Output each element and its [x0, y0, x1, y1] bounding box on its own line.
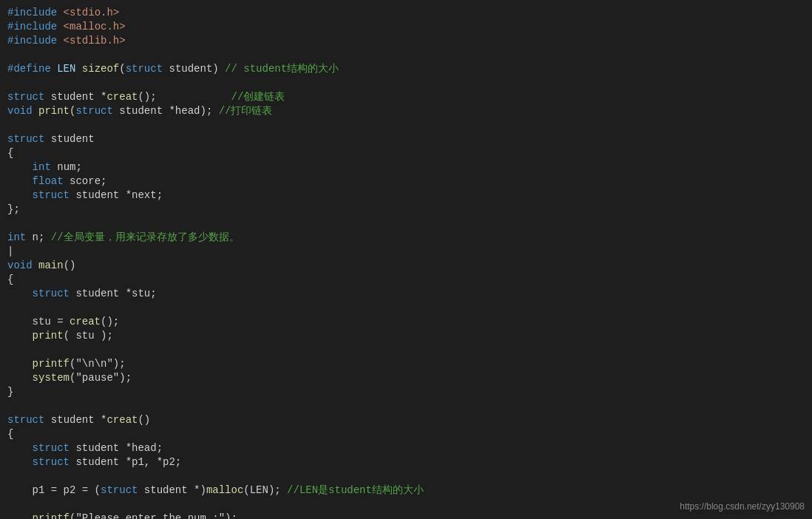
code-line: struct student *p1, *p2;	[0, 455, 812, 469]
code-token: stu =	[7, 315, 70, 329]
code-token: #include	[7, 6, 57, 20]
code-token: float	[33, 174, 64, 189]
code-token: ()	[64, 259, 76, 273]
code-token: struct	[7, 132, 44, 146]
code-token	[7, 357, 33, 371]
code-token: int	[7, 231, 26, 245]
code-line: struct student *next;	[0, 189, 812, 203]
code-line: struct student *head;	[0, 441, 812, 455]
code-token: struct	[33, 189, 70, 203]
code-line: int num;	[0, 160, 812, 174]
code-token: <stdio.h>	[57, 6, 119, 20]
code-token: //LEN是student结构的大小	[287, 484, 424, 498]
code-line: |	[0, 245, 812, 259]
code-token: score;	[64, 174, 107, 189]
code-token: print	[38, 104, 70, 118]
code-line: void print(struct student *head); //打印链表	[0, 104, 812, 118]
code-token	[7, 371, 33, 385]
code-line: struct student *stu;	[0, 287, 812, 301]
code-token: creat	[106, 413, 138, 427]
code-token: {	[7, 273, 13, 287]
code-token: struct	[33, 287, 70, 301]
code-token: ( stu );	[64, 329, 113, 343]
code-token: #include	[7, 20, 57, 34]
code-token	[33, 104, 38, 118]
code-token: student *	[44, 413, 106, 427]
code-token: main	[38, 259, 64, 273]
code-token: ("\n\n");	[70, 357, 126, 371]
code-token: struct	[33, 441, 70, 455]
code-token	[7, 329, 33, 343]
code-token	[7, 455, 33, 469]
code-token	[7, 287, 33, 301]
code-token: student	[44, 132, 94, 146]
code-token: void	[7, 104, 33, 118]
code-line: };	[0, 203, 812, 217]
code-line	[0, 118, 812, 132]
code-line: p1 = p2 = (struct student *)malloc(LEN);…	[0, 484, 812, 498]
code-token: struct	[75, 104, 112, 118]
code-token: student)	[163, 62, 225, 76]
code-line: }	[0, 385, 812, 399]
code-token: //创建链表	[231, 90, 285, 104]
code-token	[7, 441, 33, 455]
code-token: struct	[101, 484, 138, 498]
code-token: struct	[33, 455, 70, 469]
code-token: ()	[138, 413, 150, 427]
code-line: struct student *creat()	[0, 413, 812, 427]
watermark: https://blog.csdn.net/zyy130908	[680, 501, 805, 512]
code-line: {	[0, 146, 812, 160]
code-token: ("pause");	[70, 371, 132, 385]
code-token: #include	[7, 34, 57, 48]
code-token: //打印链表	[219, 104, 273, 118]
code-token: system	[33, 371, 70, 385]
code-token: };	[7, 203, 20, 217]
code-token: ();	[138, 90, 231, 104]
code-token: //全局变量，用来记录存放了多少数据。	[51, 231, 240, 245]
code-token: student *)	[138, 484, 206, 498]
code-token: n;	[26, 231, 51, 245]
code-token: creat	[106, 90, 138, 104]
code-token: student *head);	[113, 104, 219, 118]
code-token: sizeof	[82, 62, 119, 76]
code-token: (	[70, 104, 75, 118]
code-line: struct student	[0, 132, 812, 146]
code-line: {	[0, 427, 812, 441]
code-line	[0, 343, 812, 357]
code-token: p1 = p2 = (	[7, 484, 101, 498]
code-token	[7, 160, 33, 174]
code-token: struct	[7, 90, 44, 104]
code-token: malloc	[206, 484, 243, 498]
code-line	[0, 48, 812, 62]
code-token: ();	[101, 315, 119, 329]
code-token: }	[7, 385, 13, 399]
code-line	[0, 399, 812, 413]
code-token: num;	[51, 160, 82, 174]
code-token	[7, 512, 33, 519]
code-line: struct student *creat(); //创建链表	[0, 90, 812, 104]
code-token: #define	[7, 62, 51, 76]
code-line: printf("\n\n");	[0, 357, 812, 371]
code-token	[7, 189, 33, 203]
code-line: #define LEN sizeof(struct student) // st…	[0, 62, 812, 76]
code-token: {	[7, 146, 13, 160]
code-line: int n; //全局变量，用来记录存放了多少数据。	[0, 231, 812, 245]
code-token: student *	[44, 90, 106, 104]
code-token: student *next;	[70, 189, 163, 203]
code-line	[0, 76, 812, 90]
code-token	[7, 174, 33, 189]
code-token: void	[7, 259, 33, 273]
code-line: #include <stdlib.h>	[0, 34, 812, 48]
code-token: <malloc.h>	[57, 20, 125, 34]
code-token: printf	[33, 357, 70, 371]
code-line: void main()	[0, 259, 812, 273]
code-token: LEN	[51, 62, 82, 76]
code-line: stu = creat();	[0, 315, 812, 329]
code-line: printf("Please enter the num :");	[0, 512, 812, 519]
code-token: |	[7, 245, 13, 259]
code-line: #include <malloc.h>	[0, 20, 812, 34]
code-token: (LEN);	[243, 484, 287, 498]
code-token: student *p1, *p2;	[70, 455, 181, 469]
code-editor[interactable]: #include <stdio.h>#include <malloc.h>#in…	[0, 0, 812, 519]
code-token: // student结构的大小	[225, 62, 339, 76]
